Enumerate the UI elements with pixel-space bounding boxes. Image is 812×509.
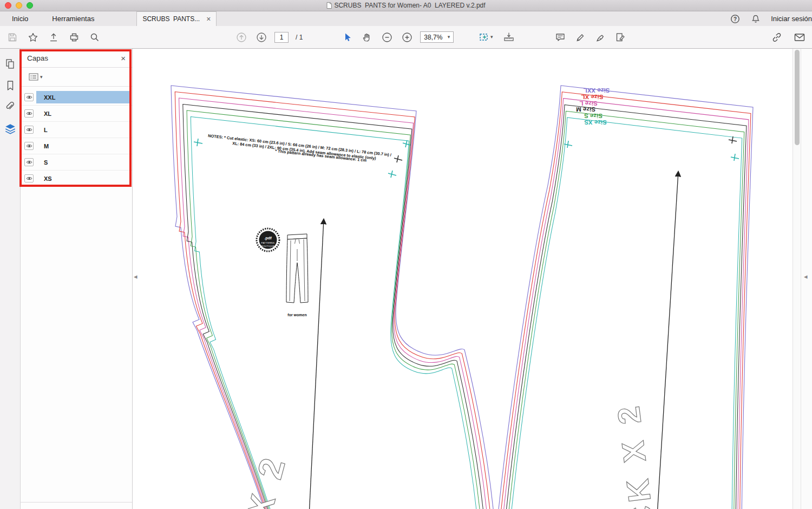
menu-inicio[interactable]: Inicio [0, 15, 40, 23]
tab-close-icon[interactable]: × [206, 15, 211, 23]
size-label-s: Size S [584, 113, 603, 119]
layer-options-menu[interactable]: ▾ [27, 71, 44, 82]
zoom-out-icon [381, 31, 393, 43]
search-icon [89, 32, 100, 43]
layers-panel: Capas × ▾ XXL XL L M [21, 49, 133, 509]
sign-in-button[interactable]: Iniciar sesión [771, 15, 812, 23]
eye-icon [26, 95, 32, 100]
highlighter-pen-icon [575, 32, 586, 43]
size-outline-l [179, 98, 489, 509]
next-page-button[interactable] [254, 30, 269, 44]
marquee-zoom-icon [479, 31, 490, 43]
layer-visibility-toggle[interactable] [24, 142, 34, 150]
page-thumbnails-button[interactable] [4, 57, 17, 70]
layer-label[interactable]: XS [36, 172, 131, 185]
layer-label[interactable]: M [36, 140, 131, 152]
navigation-rail [0, 49, 21, 509]
share-link-button[interactable] [770, 30, 784, 44]
layer-row-s[interactable]: S [21, 154, 132, 171]
expand-tools-handle[interactable]: ◂ [804, 272, 808, 280]
layers-button[interactable] [4, 122, 17, 135]
comment-tool-button[interactable] [553, 30, 567, 44]
hand-icon [362, 32, 372, 43]
pdf-page: NOTES: * Cut elastic: XS: 60 cm (23.6 in… [133, 49, 793, 509]
highlight-tool-button[interactable] [573, 30, 587, 44]
layer-visibility-toggle[interactable] [24, 158, 34, 166]
layer-visibility-toggle[interactable] [24, 109, 34, 118]
window-title: SCRUBS PANTS for Women- A0 LAYERED v.2.p… [0, 2, 812, 9]
layer-list: XXL XL L M S XS [21, 89, 132, 187]
layer-label[interactable]: XXL [36, 91, 131, 103]
envelope-icon [794, 31, 806, 43]
document-canvas[interactable]: NOTES: * Cut elastic: XS: 60 cm (23.6 in… [133, 49, 793, 509]
page-count-label: / 1 [296, 34, 303, 41]
fill-sign-tool-button[interactable] [593, 30, 607, 44]
layer-label[interactable]: S [36, 156, 131, 168]
hand-tool-button[interactable] [360, 30, 374, 44]
layer-visibility-toggle[interactable] [24, 93, 34, 101]
select-tool-button[interactable] [340, 30, 354, 44]
page-fit-tool-button[interactable]: ▾ [475, 30, 496, 44]
link-icon [771, 31, 783, 43]
zoom-level-value: 38,7% [424, 34, 442, 41]
grainline-arrow-back [657, 172, 678, 509]
layer-row-xxl[interactable]: XXL [21, 89, 132, 106]
layer-label[interactable]: XL [36, 107, 131, 120]
pages-icon [4, 58, 16, 70]
layer-label[interactable]: L [36, 123, 131, 136]
help-button[interactable]: ? [730, 12, 741, 26]
favorites-button[interactable] [26, 30, 40, 44]
caret-down-icon: ▾ [490, 35, 493, 40]
stamp-tool-button[interactable] [613, 30, 627, 44]
brand-stamp: .pdf PATTERNS BOUTIQUE [257, 229, 279, 251]
share-button[interactable] [47, 30, 61, 44]
panel-close-icon[interactable]: × [121, 54, 126, 63]
search-button[interactable] [88, 30, 102, 44]
bookmarks-button[interactable] [4, 79, 17, 92]
collapse-panel-handle[interactable]: ◂ [134, 272, 137, 280]
layer-visibility-toggle[interactable] [24, 174, 34, 182]
zoom-out-button[interactable] [380, 30, 394, 44]
scrollbar-thumb[interactable] [795, 50, 800, 145]
send-email-button[interactable] [793, 30, 807, 44]
page-number-input[interactable] [274, 32, 289, 43]
svg-text:PATTERNS: PATTERNS [261, 242, 275, 244]
vertical-scrollbar[interactable] [793, 49, 801, 509]
notifications-button[interactable] [750, 12, 761, 26]
eye-icon [26, 143, 32, 148]
back-piece-cut-text: CK X 2 [610, 400, 660, 509]
layer-visibility-toggle[interactable] [24, 126, 34, 134]
menu-herramientas[interactable]: Herramientas [40, 15, 106, 23]
bell-icon [751, 14, 761, 24]
options-list-icon [29, 73, 38, 81]
share-upload-icon [48, 32, 59, 43]
ruler-icon [503, 31, 515, 43]
size-label-xs: Size XS [584, 119, 607, 126]
layer-row-xs[interactable]: XS [21, 171, 132, 187]
zoom-level-dropdown[interactable]: 38,7% ▾ [420, 31, 454, 43]
svg-text:?: ? [734, 16, 737, 22]
fountain-pen-icon [595, 32, 606, 43]
previous-page-button[interactable] [234, 30, 248, 44]
measure-tool-button[interactable] [502, 30, 516, 44]
save-button[interactable] [5, 30, 19, 44]
page-down-icon [256, 31, 267, 43]
layer-row-xl[interactable]: XL [21, 106, 132, 122]
pointer-cursor-icon [342, 32, 352, 43]
pattern-notes: NOTES: * Cut elastic: XS: 60 cm (23.6 in… [208, 133, 392, 163]
size-outline-m [183, 105, 486, 509]
size-label-m: Size M [576, 106, 595, 113]
pants-illustration [286, 234, 308, 303]
tab-bar: Inicio Herramientas SCRUBS PANTS... × ? … [0, 11, 812, 27]
pdf-file-icon [326, 2, 332, 9]
caret-down-icon: ▾ [40, 75, 43, 80]
caret-down-icon: ▾ [448, 35, 450, 40]
print-button[interactable] [67, 30, 81, 44]
layer-row-m[interactable]: M [21, 138, 132, 154]
help-icon: ? [730, 14, 740, 24]
document-tab[interactable]: SCRUBS PANTS... × [136, 11, 217, 26]
size-labels: Size XXL Size XL Size L Size M Size S Si… [576, 87, 610, 126]
zoom-in-button[interactable] [400, 30, 414, 44]
layer-row-l[interactable]: L [21, 122, 132, 138]
attachments-button[interactable] [4, 101, 17, 114]
